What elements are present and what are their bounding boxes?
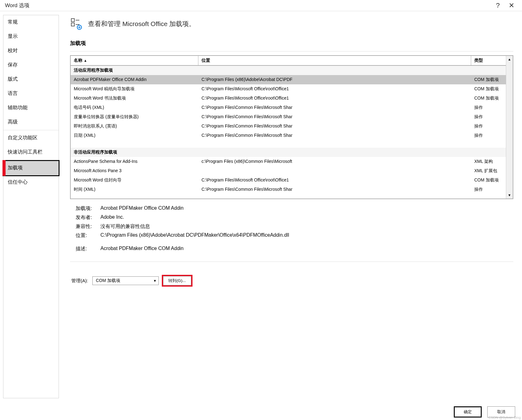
titlebar: Word 选项 ? ✕ [0,0,522,11]
cell-location: C:\Program Files\Common Files\Microsoft … [198,104,471,111]
window-title: Word 选项 [4,2,29,9]
detail-label-publisher: 发布者: [76,214,100,221]
goto-button[interactable]: 转到(G)... [163,276,191,285]
cell-name: Microsoft Actions Pane 3 [71,168,198,174]
cell-name: Microsoft Word 信封向导 [71,177,198,184]
table-row[interactable]: Acrobat PDFMaker Office COM AddinC:\Prog… [71,75,506,84]
main-panel: 查看和管理 Microsoft Office 加载项。 加载项 名称▲ 位置 类… [59,11,522,398]
sidebar-item-addins[interactable]: 加载项 [3,161,59,175]
section-title: 加载项 [70,37,513,51]
cell-name: 时间 (XML) [71,186,198,193]
detail-label-desc: 描述: [76,246,100,252]
cell-name: 度量单位转换器 (度量单位转换器) [71,114,198,120]
cell-location: C:\Program Files\Common Files\Microsoft … [198,123,471,130]
sidebar-item-proofing[interactable]: 校对 [3,44,59,58]
sidebar-item-quick-access[interactable]: 快速访问工具栏 [3,145,59,159]
cell-type: COM 加载项 [471,76,506,83]
cell-location: C:\Program Files\Microsoft Office\root\O… [198,177,471,184]
table-row[interactable]: Microsoft Word 稿纸向导加载项C:\Program Files\M… [71,84,506,94]
sidebar-item-display[interactable]: 显示 [3,29,59,44]
table-row[interactable]: 日期 (XML)C:\Program Files\Common Files\Mi… [71,131,506,140]
page-header: 查看和管理 Microsoft Office 加载项。 [70,17,513,37]
sidebar-item-advanced[interactable]: 高级 [3,115,59,129]
sidebar-item-trust-center[interactable]: 信任中心 [3,175,59,190]
scroll-up-button[interactable]: ▲ [506,56,513,63]
cell-type: XML 架构 [471,158,506,165]
column-header-type[interactable]: 类型 [471,56,506,65]
detail-value-addin: Acrobat PDFMaker Office COM Addin [100,205,513,212]
table-header: 名称▲ 位置 类型 [71,56,506,66]
table-row[interactable]: Microsoft Actions Pane 3XML 扩展包 [71,166,506,176]
detail-value-compat: 没有可用的兼容性信息 [100,223,513,230]
cell-name: 即时消息联系人 (英语) [71,123,198,130]
cell-type: COM 加载项 [471,177,506,184]
cell-type: 操作 [471,114,506,120]
manage-dropdown[interactable]: COM 加载项 ▼ [92,276,159,285]
cell-name: Microsoft Word 稿纸向导加载项 [71,86,198,92]
help-button[interactable]: ? [491,2,505,10]
addin-details: 加载项:Acrobat PDFMaker Office COM Addin 发布… [70,199,513,253]
cell-location [198,168,471,174]
cell-name: 电话号码 (XML) [71,104,198,111]
sidebar-item-accessibility[interactable]: 辅助功能 [3,101,59,115]
cell-name: Acrobat PDFMaker Office COM Addin [71,76,198,83]
detail-value-desc: Acrobat PDFMaker Office COM Addin [100,246,513,252]
addins-icon [70,17,83,30]
cell-type: COM 加载项 [471,95,506,102]
scroll-down-button[interactable]: ▼ [506,192,513,199]
sort-ascending-icon: ▲ [84,59,87,62]
detail-label-location: 位置: [76,232,100,239]
detail-value-location: C:\Program Files (x86)\Adobe\Acrobat DC\… [100,232,513,239]
sidebar-item-save[interactable]: 保存 [3,58,59,72]
cell-type: 操作 [471,132,506,139]
cell-name: ActionsPane Schema for Add-Ins [71,158,198,165]
ok-button[interactable]: 确定 [454,406,482,418]
cell-name: Microsoft Word 书法加载项 [71,95,198,102]
cell-location: C:\Program Files\Common Files\Microsoft … [198,114,471,120]
sidebar-item-general[interactable]: 常规 [3,15,59,29]
cell-location: c:\Program Files (x86)\Common Files\Micr… [198,158,471,165]
column-header-location[interactable]: 位置 [198,56,471,65]
cell-type: 操作 [471,123,506,130]
detail-value-publisher: Adobe Inc. [100,214,513,221]
table-row[interactable]: 电话号码 (XML)C:\Program Files\Common Files\… [71,103,506,112]
detail-label-addin: 加载项: [76,205,100,212]
word-options-dialog: Word 选项 ? ✕ 常规 显示 校对 保存 版式 语言 辅助功能 高级 自定… [0,0,522,420]
cell-type: 操作 [471,104,506,111]
table-row[interactable]: 时间 (XML)C:\Program Files\Common Files\Mi… [71,185,506,194]
group-active-addins: 活动应用程序加载项 [71,66,506,75]
sidebar-item-language[interactable]: 语言 [3,87,59,101]
cell-location: C:\Program Files\Common Files\Microsoft … [198,132,471,139]
table-row[interactable]: Microsoft Word 书法加载项C:\Program Files\Mic… [71,94,506,103]
table-scrollbar[interactable]: ▲ ▼ [506,56,513,199]
manage-row: 管理(A): COM 加载项 ▼ 转到(G)... [70,261,513,285]
manage-label: 管理(A): [71,278,88,284]
table-row[interactable]: ActionsPane Schema for Add-Insc:\Program… [71,157,506,166]
manage-dropdown-value: COM 加载项 [96,278,120,284]
cell-type: 操作 [471,186,506,193]
column-header-name[interactable]: 名称▲ [71,56,198,65]
table-row[interactable]: Microsoft Word 信封向导C:\Program Files\Micr… [71,176,506,185]
detail-label-compat: 兼容性: [76,223,100,230]
cell-type: COM 加载项 [471,86,506,92]
svg-rect-0 [71,19,74,22]
cell-location: C:\Program Files\Common Files\Microsoft … [198,186,471,193]
cell-type: XML 扩展包 [471,168,506,174]
table-row[interactable]: 即时消息联系人 (英语)C:\Program Files\Common File… [71,122,506,131]
cell-name: 日期 (XML) [71,132,198,139]
addins-table: 名称▲ 位置 类型 活动应用程序加载项 Acrobat PDFMaker Off… [70,55,513,199]
sidebar-item-customize-ribbon[interactable]: 自定义功能区 [3,131,59,145]
sidebar-item-layout[interactable]: 版式 [3,72,59,87]
page-header-text: 查看和管理 Microsoft Office 加载项。 [88,20,195,28]
watermark: CSDN @Sylvan Ding [489,416,521,419]
chevron-down-icon: ▼ [153,279,157,283]
cell-location: C:\Program Files\Microsoft Office\root\O… [198,86,471,92]
cell-location: C:\Program Files\Microsoft Office\root\O… [198,95,471,102]
group-inactive-addins: 非活动应用程序加载项 [71,148,506,157]
close-button[interactable]: ✕ [505,2,518,10]
table-row[interactable]: 度量单位转换器 (度量单位转换器)C:\Program Files\Common… [71,112,506,122]
cell-location: C:\Program Files (x86)\Adobe\Acrobat DC\… [198,76,471,83]
category-sidebar: 常规 显示 校对 保存 版式 语言 辅助功能 高级 自定义功能区 快速访问工具栏… [3,15,59,398]
svg-rect-1 [71,23,74,26]
